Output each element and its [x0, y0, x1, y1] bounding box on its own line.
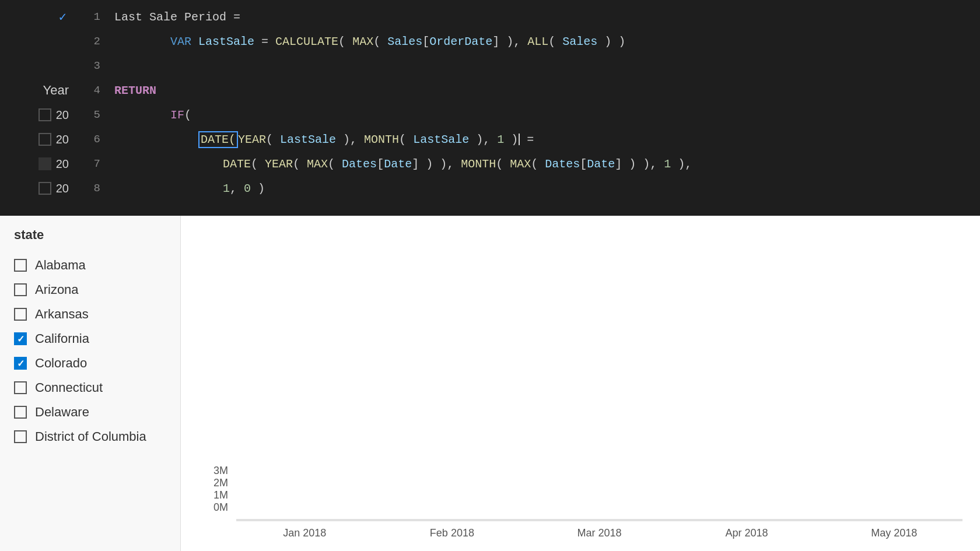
- y-label-0m: 0M: [214, 501, 228, 514]
- checkmark-icon: ✓: [59, 9, 66, 25]
- year-checkbox-6[interactable]: [38, 133, 51, 146]
- chart-area: 3M 2M 1M 0M: [181, 216, 980, 551]
- x-label-may: May 2018: [825, 527, 963, 539]
- filter-label-arkansas: Arkansas: [35, 307, 89, 322]
- year-label: Year: [43, 83, 69, 98]
- line-num-2: 2: [82, 35, 100, 48]
- filter-checkbox-colorado[interactable]: [14, 357, 27, 370]
- filter-checkbox-arizona[interactable]: [14, 283, 27, 296]
- filter-label-arizona: Arizona: [35, 282, 79, 297]
- filter-item-california: California: [14, 327, 166, 351]
- filter-checkbox-arkansas[interactable]: [14, 308, 27, 321]
- bottom-area: state Alabama Arizona Arkansas Californi…: [0, 216, 980, 551]
- y-axis: 3M 2M 1M 0M: [204, 465, 236, 539]
- y-label-1m: 1M: [214, 489, 228, 501]
- filter-label-dc: District of Columbia: [35, 429, 146, 444]
- filter-item-delaware: Delaware: [14, 400, 166, 424]
- bars-row: [236, 519, 963, 521]
- line-num-3: 3: [82, 59, 100, 72]
- chart-grid: [236, 519, 963, 521]
- filter-label-delaware: Delaware: [35, 405, 89, 420]
- filter-checkbox-connecticut[interactable]: [14, 381, 27, 394]
- line-num-1: 1: [82, 10, 100, 23]
- y-label-2m: 2M: [214, 477, 228, 489]
- line-code-8: 1, 0 ): [167, 169, 265, 209]
- year-num-7: 20: [56, 157, 69, 171]
- grid-line-bottom: [236, 521, 963, 521]
- year-checkbox-8[interactable]: [38, 182, 51, 195]
- year-num-6: 20: [56, 133, 69, 146]
- filter-item-connecticut: Connecticut: [14, 375, 166, 400]
- filter-title: state: [14, 227, 166, 243]
- filter-item-colorado: Colorado: [14, 351, 166, 375]
- line-num-5: 5: [82, 108, 100, 121]
- line-num-7: 7: [82, 157, 100, 170]
- line-gutter: ✓ Year 20 20 20 20: [0, 0, 76, 216]
- filter-item-alabama: Alabama: [14, 253, 166, 278]
- year-checkbox-5[interactable]: [38, 108, 51, 121]
- filter-label-colorado: Colorado: [35, 356, 87, 371]
- y-label-3m: 3M: [214, 465, 228, 477]
- x-labels: Jan 2018 Feb 2018 Mar 2018 Apr 2018 May …: [236, 521, 963, 539]
- chart-container: 3M 2M 1M 0M: [204, 225, 963, 539]
- grid-line-top: [236, 519, 963, 520]
- line-num-8: 8: [82, 182, 100, 195]
- line-code-2: VAR LastSale = CALCULATE( MAX( Sales[Ord…: [114, 22, 625, 62]
- year-num-5: 20: [56, 108, 69, 122]
- line-num-6: 6: [82, 133, 100, 146]
- x-label-apr: Apr 2018: [678, 527, 816, 539]
- bars-and-labels: Jan 2018 Feb 2018 Mar 2018 Apr 2018 May …: [236, 519, 963, 539]
- filter-checkbox-alabama[interactable]: [14, 259, 27, 272]
- code-editor: ✓ Year 20 20 20 20: [0, 0, 980, 216]
- code-content: 1 Last Sale Period = 2 VAR LastSale = CA…: [76, 0, 980, 216]
- filter-item-arkansas: Arkansas: [14, 302, 166, 327]
- filter-checkbox-california[interactable]: [14, 332, 27, 345]
- filter-checkbox-delaware[interactable]: [14, 406, 27, 419]
- code-line-2: 2 VAR LastSale = CALCULATE( MAX( Sales[O…: [76, 29, 980, 54]
- filter-panel: state Alabama Arizona Arkansas Californi…: [0, 216, 181, 551]
- code-line-4: 4 RETURN: [76, 78, 980, 103]
- filter-item-arizona: Arizona: [14, 278, 166, 302]
- line-num-4: 4: [82, 84, 100, 97]
- filter-checkbox-dc[interactable]: [14, 430, 27, 443]
- filter-label-california: California: [35, 331, 89, 346]
- x-label-feb: Feb 2018: [384, 527, 521, 539]
- filter-item-dc: District of Columbia: [14, 424, 166, 449]
- x-label-jan: Jan 2018: [236, 527, 373, 539]
- x-label-mar: Mar 2018: [531, 527, 668, 539]
- year-num-8: 20: [56, 182, 69, 195]
- grid-line-mid2: [236, 520, 963, 521]
- grid-line-mid1: [236, 520, 963, 520]
- filter-label-alabama: Alabama: [35, 258, 86, 273]
- filter-label-connecticut: Connecticut: [35, 380, 103, 395]
- year-checkbox-7[interactable]: [38, 157, 51, 170]
